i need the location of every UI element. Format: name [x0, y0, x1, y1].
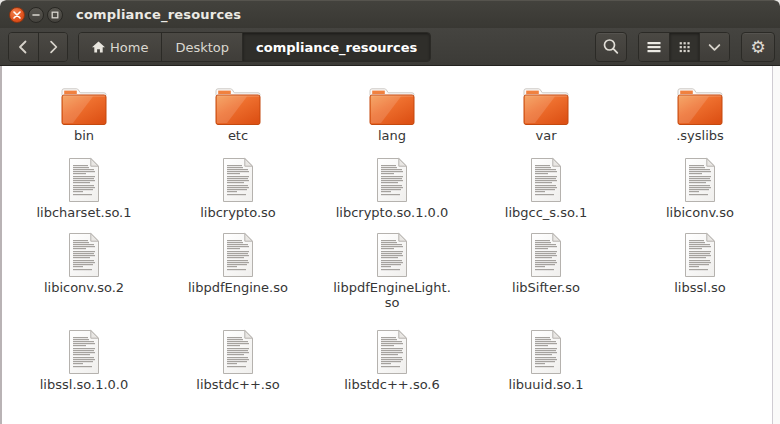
- search-button[interactable]: [595, 32, 627, 62]
- search-icon: [600, 36, 622, 58]
- item-label: libcrypto.so: [200, 205, 276, 220]
- back-button[interactable]: [9, 33, 38, 61]
- gear-icon: ⚙: [750, 39, 765, 56]
- file-grid-row: bin etc lang var: [7, 86, 777, 143]
- item-label: libstdc++.so: [196, 377, 279, 392]
- file-grid-row: libssl.so.1.0.0 libstdc++.so: [7, 329, 777, 392]
- file-icon: [526, 232, 566, 278]
- file-icon: [372, 329, 412, 375]
- breadcrumb: Home Desktop compliance_resources: [78, 32, 431, 62]
- file-icon: [680, 157, 720, 203]
- item-label: libSifter.so: [512, 280, 580, 295]
- grid-view-button[interactable]: [669, 33, 699, 61]
- item-label: libpdfEngine.so: [188, 280, 288, 295]
- minimize-button[interactable]: [28, 7, 44, 23]
- file-item-libssl.so.1.0.0[interactable]: libssl.so.1.0.0: [7, 329, 161, 392]
- breadcrumb-desktop[interactable]: Desktop: [161, 33, 242, 61]
- file-item-libstdc++.so.6[interactable]: libstdc++.so.6: [315, 329, 469, 392]
- list-view-button[interactable]: [639, 33, 669, 61]
- item-label: libpdfEngineLight.so: [333, 280, 451, 310]
- window-title: compliance_resources: [76, 7, 241, 22]
- file-item-libcrypto.so[interactable]: libcrypto.so: [161, 157, 315, 220]
- file-grid: bin etc lang var: [0, 66, 780, 424]
- menu-button[interactable]: ⚙: [741, 32, 775, 62]
- folder-item-var[interactable]: var: [469, 86, 623, 143]
- file-item-libcharset.so.1[interactable]: libcharset.so.1: [7, 157, 161, 220]
- file-item-libuuid.so.1[interactable]: libuuid.so.1: [469, 329, 623, 392]
- folder-item-bin[interactable]: bin: [7, 86, 161, 143]
- grid-view-icon: [670, 33, 699, 61]
- folder-icon: [214, 86, 262, 126]
- toolbar: Home Desktop compliance_resources: [0, 28, 780, 66]
- item-label: libiconv.so.2: [44, 280, 124, 295]
- nav-buttons: [8, 32, 68, 62]
- breadcrumb-label: Desktop: [175, 40, 229, 55]
- item-label: libiconv.so: [666, 205, 734, 220]
- item-label: bin: [74, 128, 94, 143]
- item-label: var: [535, 128, 556, 143]
- file-icon: [218, 232, 258, 278]
- file-icon: [64, 329, 104, 375]
- view-dropdown-button[interactable]: [699, 33, 729, 61]
- folder-icon: [368, 86, 416, 126]
- item-label: etc: [228, 128, 248, 143]
- item-label: libcrypto.so.1.0.0: [336, 205, 449, 220]
- close-icon: [13, 11, 21, 19]
- file-grid-row: libiconv.so.2 libpdfEngine.so: [7, 232, 777, 310]
- chevron-down-icon: [700, 33, 729, 61]
- file-icon: [372, 232, 412, 278]
- item-label: libgcc_s.so.1: [505, 205, 587, 220]
- close-button[interactable]: [9, 7, 25, 23]
- file-item-libiconv.so.2[interactable]: libiconv.so.2: [7, 232, 161, 310]
- file-icon: [218, 157, 258, 203]
- folder-icon: [676, 86, 724, 126]
- file-icon: [526, 329, 566, 375]
- file-icon: [64, 157, 104, 203]
- breadcrumb-home[interactable]: Home: [79, 33, 161, 61]
- file-item-libcrypto.so.1.0.0[interactable]: libcrypto.so.1.0.0: [315, 157, 469, 220]
- breadcrumb-current[interactable]: compliance_resources: [242, 33, 430, 61]
- folder-item-etc[interactable]: etc: [161, 86, 315, 143]
- minimize-icon: [32, 11, 40, 19]
- folder-icon: [60, 86, 108, 126]
- file-item-libpdfEngine.so[interactable]: libpdfEngine.so: [161, 232, 315, 310]
- file-grid-row: libcharset.so.1 libcrypto.so: [7, 157, 777, 220]
- folder-item-lang[interactable]: lang: [315, 86, 469, 143]
- maximize-icon: [51, 11, 59, 19]
- breadcrumb-label: compliance_resources: [256, 40, 417, 55]
- maximize-button[interactable]: [47, 7, 63, 23]
- list-view-icon: [639, 33, 669, 61]
- item-label: .syslibs: [676, 128, 724, 143]
- folder-item-.syslibs[interactable]: .syslibs: [623, 86, 777, 143]
- forward-button[interactable]: [38, 33, 67, 61]
- file-item-libSifter.so[interactable]: libSifter.so: [469, 232, 623, 310]
- file-icon: [64, 232, 104, 278]
- file-icon: [218, 329, 258, 375]
- file-manager-window: compliance_resources Home: [0, 0, 780, 424]
- chevron-left-icon: [9, 33, 38, 61]
- item-label: libssl.so.1.0.0: [40, 377, 129, 392]
- item-label: libstdc++.so.6: [344, 377, 440, 392]
- file-icon: [680, 232, 720, 278]
- home-icon: [92, 41, 105, 53]
- item-label: libuuid.so.1: [509, 377, 584, 392]
- item-label: libssl.so: [674, 280, 726, 295]
- item-label: libcharset.so.1: [36, 205, 131, 220]
- file-icon: [526, 157, 566, 203]
- file-item-libstdc++.so[interactable]: libstdc++.so: [161, 329, 315, 392]
- file-icon: [372, 157, 412, 203]
- file-item-libiconv.so[interactable]: libiconv.so: [623, 157, 777, 220]
- view-toggle: [638, 32, 730, 62]
- item-label: lang: [378, 128, 406, 143]
- file-item-libpdfEngineLight.so[interactable]: libpdfEngineLight.so: [315, 232, 469, 310]
- titlebar: compliance_resources: [0, 0, 780, 28]
- window-controls: [9, 7, 63, 23]
- folder-icon: [522, 86, 570, 126]
- file-item-libssl.so[interactable]: libssl.so: [623, 232, 777, 310]
- chevron-right-icon: [39, 33, 67, 61]
- breadcrumb-label: Home: [110, 40, 148, 55]
- file-item-libgcc_s.so.1[interactable]: libgcc_s.so.1: [469, 157, 623, 220]
